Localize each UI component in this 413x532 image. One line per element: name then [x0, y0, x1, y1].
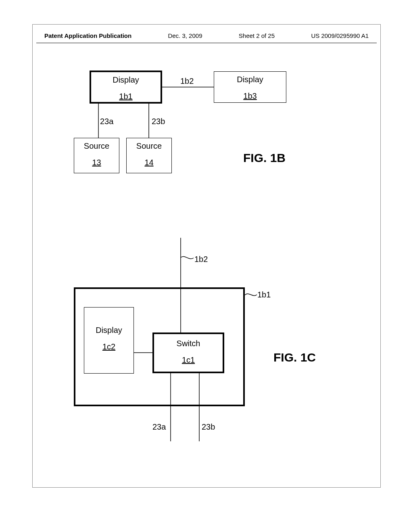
fig1b-display-1b3: Display 1b3 [214, 71, 286, 103]
fig1c-display-1c2: Display 1c2 [84, 307, 134, 374]
fig1b-label-23b: 23b [152, 117, 165, 126]
fig1b-display-1b3-ref: 1b3 [214, 91, 286, 101]
fig1b-source-13-label: Source [74, 141, 119, 151]
fig1c-label-1b2: 1b2 [194, 255, 208, 264]
fig1c-switch-1c1-ref: 1c1 [154, 355, 223, 365]
header: Patent Application Publication Dec. 3, 2… [44, 32, 369, 39]
fig1b-display-1b1-ref: 1b1 [91, 92, 161, 101]
fig1b-source-13-ref: 13 [74, 158, 119, 167]
fig1c-label-23b: 23b [202, 422, 215, 432]
fig1b-source-14: Source 14 [126, 138, 172, 173]
fig1c-switch-1c1-label: Switch [154, 339, 223, 348]
fig1b-display-1b1: Display 1b1 [90, 71, 162, 104]
header-sheet: Sheet 2 of 25 [239, 32, 275, 39]
fig1c-label-1b1: 1b1 [257, 290, 271, 299]
page: Patent Application Publication Dec. 3, 2… [0, 0, 413, 532]
fig1b-label-1b2: 1b2 [180, 77, 194, 86]
header-docnum: US 2009/0295990 A1 [311, 32, 369, 39]
fig1c-caption: FIG. 1C [273, 351, 316, 364]
fig1b-source-14-label: Source [127, 141, 171, 151]
header-rule [36, 43, 377, 43]
fig1c-display-1c2-ref: 1c2 [84, 342, 133, 351]
header-pub: Patent Application Publication [44, 32, 131, 39]
fig1b-display-1b3-label: Display [214, 75, 286, 84]
fig1b-source-14-ref: 14 [127, 158, 171, 167]
fig1b-display-1b1-label: Display [91, 75, 161, 85]
fig1b-caption: FIG. 1B [243, 151, 286, 165]
fig1c-switch-1c1: Switch 1c1 [152, 332, 224, 373]
header-date: Dec. 3, 2009 [168, 32, 202, 39]
fig1c-display-1c2-label: Display [84, 326, 133, 335]
fig1c-label-23a: 23a [152, 422, 166, 432]
fig1b-label-23a: 23a [100, 117, 113, 126]
fig1b-source-13: Source 13 [74, 138, 119, 173]
